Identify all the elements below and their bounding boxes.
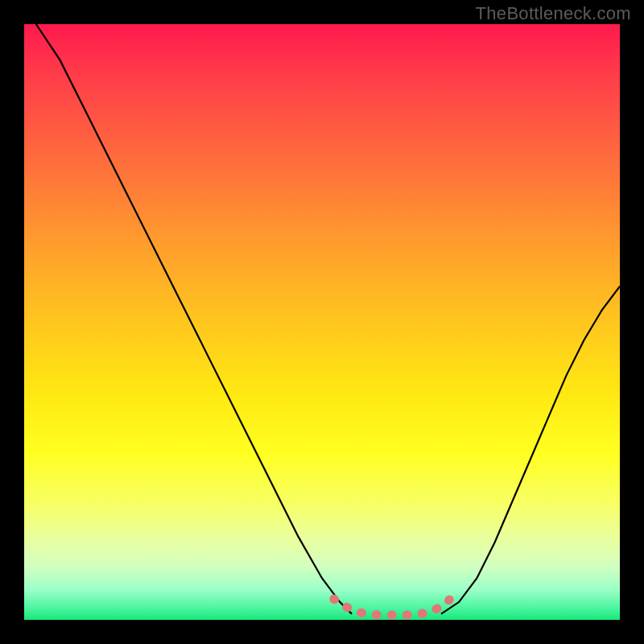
left-branch-path bbox=[36, 24, 352, 614]
chart-stage: TheBottleneck.com bbox=[0, 0, 644, 644]
watermark-text: TheBottleneck.com bbox=[476, 3, 631, 24]
curve-layer bbox=[24, 24, 620, 620]
floor-marker-path bbox=[334, 596, 453, 615]
right-branch-path bbox=[441, 287, 620, 614]
plot-area bbox=[24, 24, 620, 620]
